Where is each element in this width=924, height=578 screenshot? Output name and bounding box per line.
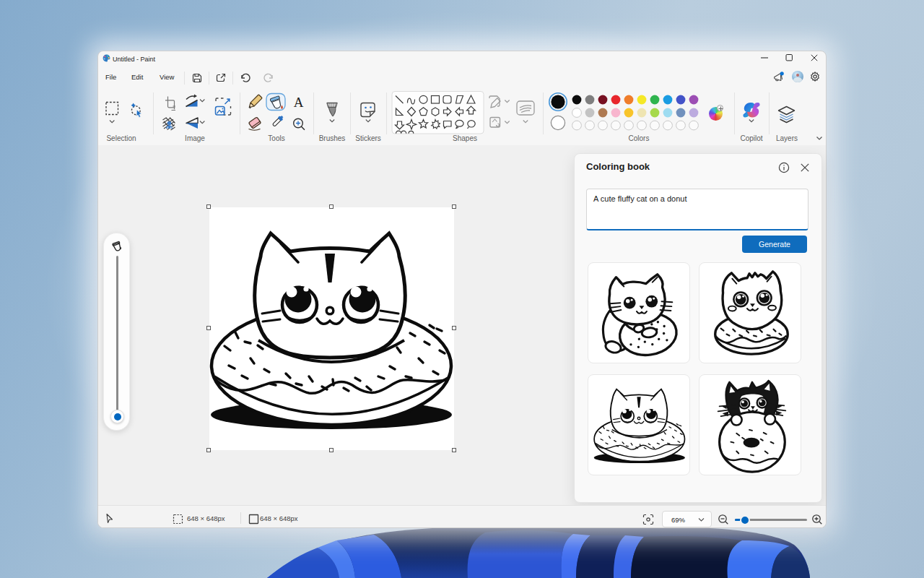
svg-text:A: A	[294, 95, 304, 110]
